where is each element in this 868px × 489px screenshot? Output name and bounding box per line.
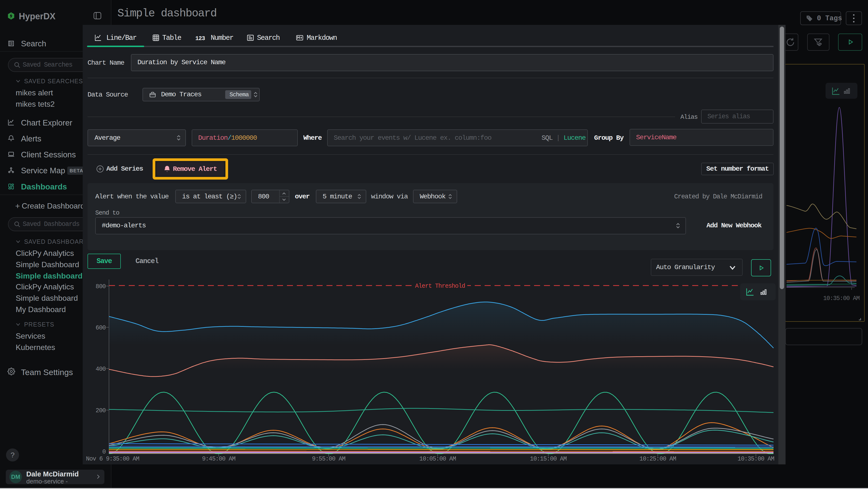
svg-text:10:05:00 AM: 10:05:00 AM bbox=[419, 456, 456, 462]
svg-text:Nov 6 9:35:00 AM: Nov 6 9:35:00 AM bbox=[86, 456, 140, 462]
svg-text:9:45:00 AM: 9:45:00 AM bbox=[202, 456, 235, 462]
svg-text:800: 800 bbox=[96, 283, 106, 290]
svg-text:0: 0 bbox=[102, 449, 105, 456]
svg-text:200: 200 bbox=[96, 407, 106, 414]
svg-text:400: 400 bbox=[96, 366, 106, 373]
svg-text:10:15:00 AM: 10:15:00 AM bbox=[530, 456, 567, 462]
svg-text:9:55:00 AM: 9:55:00 AM bbox=[312, 456, 345, 462]
svg-text:10:35:00 AM: 10:35:00 AM bbox=[738, 456, 774, 462]
svg-text:600: 600 bbox=[96, 324, 106, 332]
svg-text:10:25:00 AM: 10:25:00 AM bbox=[640, 456, 676, 462]
svg-text:Alert Threshold: Alert Threshold bbox=[415, 283, 465, 290]
